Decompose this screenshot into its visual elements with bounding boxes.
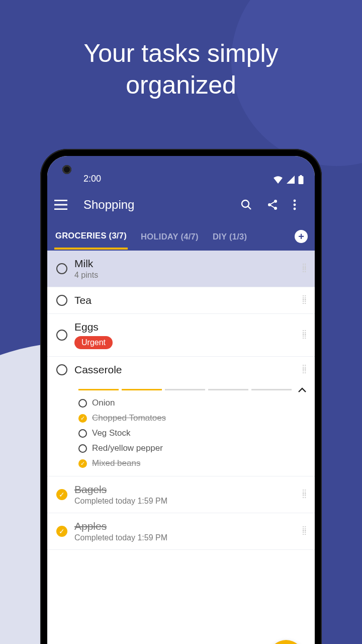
add-tab-button[interactable]: +	[295, 230, 308, 243]
add-task-fab[interactable]: +	[268, 640, 304, 644]
checkbox-icon[interactable]	[56, 295, 67, 306]
checkbox-icon[interactable]	[56, 263, 67, 274]
task-title: Tea	[74, 294, 295, 306]
drag-handle-icon[interactable]: ⠿⠿	[302, 366, 308, 373]
subtask-item[interactable]: Red/yellow pepper	[78, 441, 306, 456]
task-item[interactable]: Tea ⠿⠿	[47, 287, 315, 314]
task-title: Eggs	[74, 321, 295, 333]
drag-handle-icon[interactable]: ⠿⠿	[302, 265, 308, 272]
task-item[interactable]: Casserole ⠿⠿	[47, 357, 315, 383]
svg-point-2	[242, 200, 249, 207]
checkbox-done-icon[interactable]: ✓	[56, 489, 67, 500]
drag-handle-icon[interactable]: ⠿⠿	[302, 491, 308, 498]
subtask-progress	[78, 389, 292, 390]
status-time: 2:00	[83, 174, 101, 184]
task-item-completed[interactable]: ✓ Apples Completed today 1:59 PM ⠿⠿	[47, 513, 315, 550]
subtask-item[interactable]: Veg Stock	[78, 426, 306, 441]
share-icon[interactable]	[266, 199, 282, 211]
menu-icon[interactable]	[54, 200, 69, 210]
checkbox-done-icon[interactable]: ✓	[78, 414, 87, 423]
drag-handle-icon[interactable]: ⠿⠿	[302, 332, 308, 339]
tab-groceries[interactable]: GROCERIES (3/7)	[54, 224, 128, 250]
overflow-icon[interactable]	[293, 199, 308, 210]
task-title: Casserole	[74, 364, 295, 376]
checkbox-icon[interactable]	[78, 399, 87, 408]
status-icons	[273, 175, 304, 184]
checkbox-icon[interactable]	[78, 429, 87, 438]
task-subtitle: Completed today 1:59 PM	[74, 533, 295, 542]
drag-handle-icon[interactable]: ⠿⠿	[302, 528, 308, 535]
subtask-item[interactable]: ✓Chopped Tomatoes	[78, 411, 306, 426]
task-item[interactable]: Milk 4 pints ⠿⠿	[47, 251, 315, 287]
phone-frame: 2:00 Shopping GROCERIES (3/7)	[40, 149, 322, 644]
task-item-completed[interactable]: ✓ Bagels Completed today 1:59 PM ⠿⠿	[47, 476, 315, 513]
checkbox-icon[interactable]	[56, 364, 67, 375]
checkbox-icon[interactable]	[78, 444, 87, 453]
svg-point-8	[294, 208, 296, 210]
drag-handle-icon[interactable]: ⠿⠿	[302, 297, 308, 304]
urgent-badge: Urgent	[74, 336, 113, 349]
svg-point-7	[294, 204, 296, 206]
task-subtitle: 4 pints	[74, 271, 295, 280]
status-bar: 2:00	[47, 156, 315, 187]
checkbox-done-icon[interactable]: ✓	[56, 526, 67, 537]
wifi-icon	[273, 176, 283, 184]
subtask-item[interactable]: ✓Mixed beans	[78, 456, 306, 471]
tab-holiday[interactable]: HOLIDAY (4/7)	[140, 225, 200, 249]
task-title: Bagels	[74, 484, 295, 496]
tab-bar: GROCERIES (3/7) HOLIDAY (4/7) DIY (1/3) …	[47, 222, 315, 251]
app-bar: Shopping	[47, 187, 315, 222]
collapse-icon[interactable]	[298, 387, 307, 393]
app-screen: 2:00 Shopping GROCERIES (3/7)	[47, 156, 315, 644]
svg-point-6	[294, 200, 296, 202]
app-title: Shopping	[80, 198, 229, 212]
svg-rect-0	[299, 176, 304, 184]
checkbox-done-icon[interactable]: ✓	[78, 459, 87, 468]
checkbox-icon[interactable]	[56, 330, 67, 341]
marketing-headline: Your tasks simply organized	[0, 0, 362, 101]
svg-rect-1	[300, 175, 302, 177]
subtask-item[interactable]: Onion	[78, 395, 306, 411]
task-title: Milk	[74, 258, 295, 270]
search-icon[interactable]	[240, 199, 255, 211]
task-title: Apples	[74, 520, 295, 532]
task-item[interactable]: Eggs Urgent ⠿⠿	[47, 314, 315, 357]
camera-cutout	[62, 165, 71, 174]
battery-icon	[298, 175, 304, 184]
tab-diy[interactable]: DIY (1/3)	[212, 225, 248, 249]
signal-icon	[286, 176, 295, 184]
subtask-area: Onion ✓Chopped Tomatoes Veg Stock Red/ye…	[47, 383, 315, 476]
task-subtitle: Completed today 1:59 PM	[74, 497, 295, 506]
task-list[interactable]: Milk 4 pints ⠿⠿ Tea ⠿⠿ Eggs Urgent ⠿⠿	[47, 251, 315, 550]
